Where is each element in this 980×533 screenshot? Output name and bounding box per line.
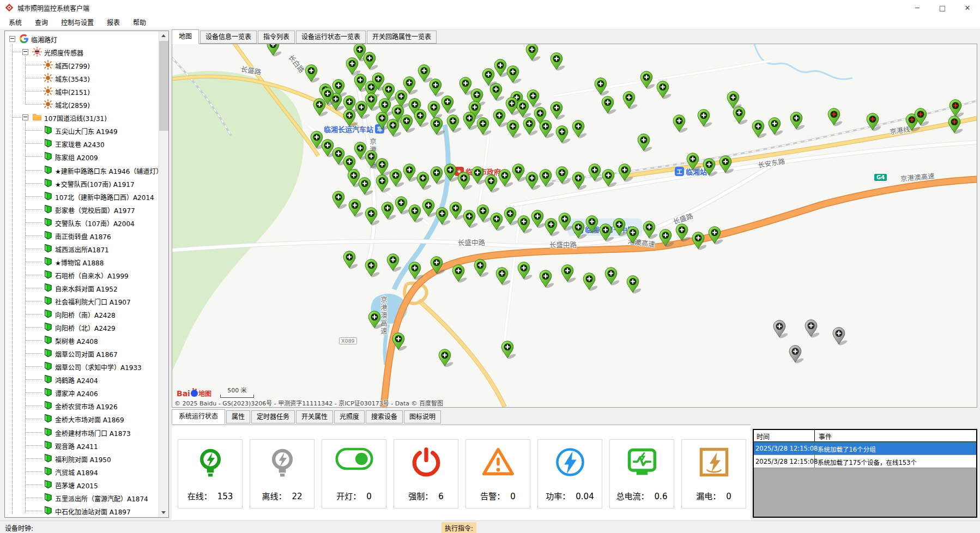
- map-view[interactable]: 长白路长盛路京港大道临湘长运汽车站车★临湘市政府工临湘站学临湘市第一中学长安东路…: [172, 44, 977, 408]
- scroll-thumb[interactable]: [159, 41, 168, 131]
- lamp-pin-online[interactable]: [627, 276, 642, 294]
- menu-item-4[interactable]: 帮助: [126, 15, 153, 29]
- lamp-pin-online[interactable]: [627, 227, 642, 245]
- lamp-pin-online[interactable]: [458, 172, 473, 191]
- lamp-pin-online[interactable]: [545, 219, 560, 237]
- lamp-pin-online[interactable]: [349, 199, 364, 218]
- lamp-pin-online[interactable]: [703, 159, 718, 177]
- tree-item-0-2[interactable]: 城中(2151): [5, 84, 159, 98]
- minimize-button[interactable]: ─: [905, 0, 930, 15]
- expand-toggle-icon[interactable]: [22, 49, 28, 55]
- tree-item-1-27[interactable]: 芭茅塘 A2015: [5, 478, 159, 491]
- lamp-pin-online[interactable]: [556, 167, 571, 185]
- tree-item-1-28[interactable]: 五里派出所（富源汽配）A1874: [5, 491, 159, 504]
- lamp-pin-online[interactable]: [368, 311, 383, 330]
- tree-item-1-26[interactable]: 汽贸城 A1894: [5, 465, 159, 478]
- lamp-pin-online[interactable]: [572, 172, 587, 191]
- lamp-pin-online[interactable]: [752, 120, 767, 139]
- tree-item-1-25[interactable]: 福利院对面 A1950: [5, 452, 159, 465]
- lamp-pin-online[interactable]: [518, 216, 533, 234]
- lamp-pin-online[interactable]: [463, 210, 478, 229]
- bottom-tab-4[interactable]: 光照度: [334, 410, 365, 423]
- lamp-pin-online[interactable]: [504, 208, 519, 226]
- lamp-pin-online[interactable]: [477, 205, 492, 223]
- tree-item-1-0[interactable]: 五尖山大门东 A1949: [5, 124, 159, 137]
- tree-item-1-13[interactable]: 社会福利院大门口 A1907: [5, 294, 159, 307]
- lamp-pin-online[interactable]: [512, 164, 527, 183]
- lamp-pin-online[interactable]: [365, 259, 380, 278]
- lamp-pin-online[interactable]: [359, 178, 373, 196]
- status-card-1[interactable]: 离线：22: [250, 439, 314, 508]
- tree-item-1-15[interactable]: 向阳桥（北）A2429: [5, 320, 159, 334]
- lamp-pin-online[interactable]: [376, 159, 391, 177]
- lamp-pin-online[interactable]: [638, 134, 652, 153]
- tree-item-1-4[interactable]: ★交警队西(107南) A1917: [5, 177, 159, 190]
- lamp-pin-forced[interactable]: [867, 113, 881, 132]
- lamp-pin-online[interactable]: [267, 44, 282, 57]
- lamp-pin-online[interactable]: [493, 110, 508, 128]
- lamp-pin-online[interactable]: [496, 268, 511, 286]
- tree-item-1-3[interactable]: ★建新中路路口东 A1946（辅道灯）: [5, 163, 159, 177]
- map-tab-0[interactable]: 地图: [172, 29, 199, 44]
- tree-item-1-20[interactable]: 谭家冲 A2406: [5, 386, 159, 399]
- lamp-pin-online[interactable]: [583, 273, 598, 292]
- lamp-pin-online[interactable]: [600, 224, 614, 243]
- lamp-pin-online[interactable]: [491, 213, 505, 232]
- tree-item-1-23[interactable]: 金桥建材市场门口 A1873: [5, 426, 159, 439]
- lamp-pin-online[interactable]: [561, 265, 576, 283]
- status-card-0[interactable]: 在线：153: [178, 439, 243, 508]
- lamp-pin-online[interactable]: [501, 341, 516, 360]
- lamp-pin-online[interactable]: [401, 115, 415, 134]
- lamp-pin-online[interactable]: [382, 202, 396, 221]
- lamp-pin-online[interactable]: [676, 224, 691, 243]
- lamp-pin-online[interactable]: [414, 110, 429, 128]
- status-card-2[interactable]: 开灯：0: [322, 439, 386, 508]
- tree-root[interactable]: 临湘路灯: [5, 32, 159, 45]
- expand-toggle-icon[interactable]: [22, 114, 28, 120]
- menu-item-0[interactable]: 系统: [2, 15, 28, 29]
- lamp-pin-online[interactable]: [392, 333, 407, 352]
- lamp-pin-online[interactable]: [387, 254, 402, 272]
- lamp-pin-online[interactable]: [640, 71, 655, 90]
- status-card-7[interactable]: 漏电：0: [681, 439, 746, 508]
- tree-item-1-6[interactable]: 彭家巷（党校后面）A1977: [5, 203, 159, 216]
- lamp-pin-online[interactable]: [526, 44, 541, 62]
- lamp-pin-online[interactable]: [409, 205, 424, 223]
- status-card-5[interactable]: 功率：0.04: [537, 439, 602, 508]
- lamp-pin-online[interactable]: [572, 221, 587, 240]
- tree-item-1-18[interactable]: 烟草公司（求知中学）A1933: [5, 360, 159, 373]
- lamp-pin-online[interactable]: [431, 118, 445, 136]
- bottom-tab-6[interactable]: 图标说明: [404, 410, 441, 423]
- bottom-tab-3[interactable]: 开关属性: [296, 410, 333, 423]
- map-tab-4[interactable]: 开关回路属性一览表: [367, 31, 437, 44]
- tree-item-1-22[interactable]: 金桥大市场对面 A1869: [5, 412, 159, 425]
- lamp-pin-online[interactable]: [431, 257, 445, 275]
- lamp-pin-offline[interactable]: [789, 346, 804, 364]
- column-event[interactable]: 事件: [815, 430, 976, 441]
- lamp-pin-online[interactable]: [305, 65, 320, 83]
- lamp-pin-online[interactable]: [343, 110, 358, 128]
- map-tab-2[interactable]: 指令列表: [258, 31, 295, 44]
- menu-item-2[interactable]: 控制与设置: [55, 15, 100, 29]
- lamp-pin-online[interactable]: [595, 78, 609, 96]
- lamp-pin-online[interactable]: [429, 79, 444, 98]
- lamp-pin-forced[interactable]: [948, 116, 963, 135]
- lamp-pin-online[interactable]: [452, 265, 467, 283]
- lamp-pin-online[interactable]: [657, 81, 672, 100]
- tree-item-1-9[interactable]: 城西派出所A1871: [5, 242, 159, 255]
- status-card-3[interactable]: 强制：6: [394, 439, 458, 508]
- menu-item-1[interactable]: 查询: [28, 15, 55, 29]
- lamp-pin-online[interactable]: [602, 96, 616, 115]
- lamp-pin-online[interactable]: [523, 118, 538, 136]
- bottom-tab-0[interactable]: 系统运行状态: [172, 409, 225, 424]
- lamp-pin-online[interactable]: [499, 169, 513, 188]
- lamp-pin-online[interactable]: [403, 164, 418, 183]
- tree-item-1-17[interactable]: 烟草公司对面 A1867: [5, 347, 159, 360]
- lamp-pin-online[interactable]: [673, 115, 688, 134]
- lamp-pin-online[interactable]: [332, 191, 347, 210]
- bottom-tab-1[interactable]: 属性: [226, 410, 250, 423]
- lamp-pin-online[interactable]: [619, 164, 633, 183]
- lamp-pin-online[interactable]: [527, 90, 542, 108]
- scroll-up-icon[interactable]: [159, 31, 168, 40]
- tree-item-1-19[interactable]: 鸿鹤路 A2404: [5, 373, 159, 386]
